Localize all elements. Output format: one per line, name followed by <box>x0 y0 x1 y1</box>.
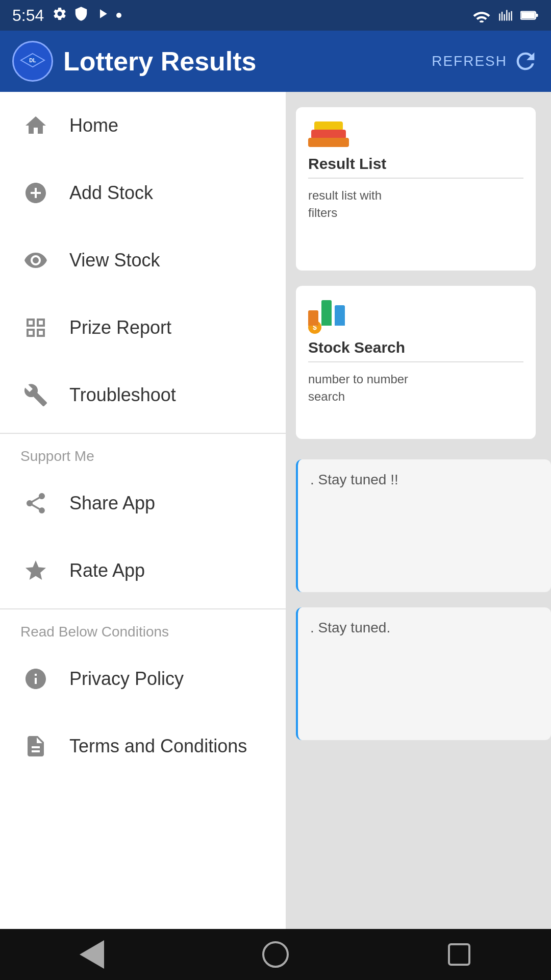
svg-text:DL: DL <box>29 58 36 63</box>
section-divider-2 <box>0 608 286 609</box>
recents-button[interactable] <box>444 939 474 970</box>
terms-conditions-label: Terms and Conditions <box>69 736 247 757</box>
stack-icon <box>308 119 349 150</box>
diamond-logo: DL <box>20 53 45 68</box>
toolbar: DL Lottery Results REFRESH <box>0 31 551 92</box>
prize-report-label: Prize Report <box>69 317 171 338</box>
sidebar-item-share-app[interactable]: Share App <box>0 470 286 537</box>
back-button[interactable] <box>77 939 107 970</box>
sidebar-item-troubleshoot[interactable]: Troubleshoot <box>0 361 286 429</box>
refresh-label: REFRESH <box>432 53 507 69</box>
app-logo: DL <box>12 41 53 82</box>
sidebar-item-prize-report[interactable]: Prize Report <box>0 294 286 361</box>
status-bar: 5:54 <box>0 0 551 31</box>
view-stock-label: View Stock <box>69 250 160 271</box>
battery-icon <box>520 8 539 22</box>
stay-tuned-card-1: . Stay tuned !! <box>296 459 551 592</box>
sidebar-item-view-stock[interactable]: View Stock <box>0 227 286 294</box>
support-section-header: Support Me <box>0 438 286 470</box>
recents-icon <box>448 943 470 966</box>
stock-search-desc: number to numbersearch <box>308 371 523 405</box>
share-app-label: Share App <box>69 493 155 514</box>
privacy-policy-label: Privacy Policy <box>69 668 184 690</box>
home-circle-icon <box>262 941 289 968</box>
star-icon <box>20 555 51 586</box>
stay-tuned-card-2: . Stay tuned. <box>296 607 551 740</box>
stock-search-card: $ Stock Search number to numbersearch <box>296 286 536 439</box>
home-icon <box>20 110 51 141</box>
status-time: 5:54 <box>12 6 44 25</box>
sidebar-item-home[interactable]: Home <box>0 92 286 159</box>
home-button[interactable] <box>260 939 291 970</box>
svg-rect-2 <box>536 14 538 17</box>
result-list-card: Result List result list withfilters <box>296 107 536 271</box>
sidebar-item-terms-conditions[interactable]: Terms and Conditions <box>0 713 286 780</box>
troubleshoot-label: Troubleshoot <box>69 384 176 406</box>
sidebar-item-rate-app[interactable]: Rate App <box>0 537 286 604</box>
back-icon <box>80 940 104 969</box>
wifi-icon <box>472 8 491 22</box>
document-icon <box>20 731 51 762</box>
stay-tuned-text-2: . Stay tuned. <box>310 620 539 636</box>
divider <box>308 361 523 362</box>
rate-app-label: Rate App <box>69 560 145 581</box>
refresh-button[interactable]: REFRESH <box>432 48 539 75</box>
result-list-title: Result List <box>308 155 523 173</box>
conditions-section-header: Read Below Conditions <box>0 614 286 645</box>
result-list-desc: result list withfilters <box>308 187 523 221</box>
wrench-icon <box>20 380 51 410</box>
settings-icon <box>52 6 67 25</box>
sidebar-item-add-stock[interactable]: Add Stock <box>0 159 286 227</box>
share-icon <box>20 488 51 519</box>
info-icon <box>20 664 51 694</box>
play-icon <box>95 6 110 25</box>
stock-search-title: Stock Search <box>308 339 523 356</box>
add-circle-icon <box>20 178 51 208</box>
refresh-icon <box>512 48 539 75</box>
navigation-drawer: Home Add Stock View Stock Prize Report <box>0 92 286 980</box>
dot-icon <box>116 13 121 18</box>
status-icons <box>52 6 121 25</box>
status-left: 5:54 <box>12 6 121 25</box>
divider <box>308 178 523 179</box>
home-label: Home <box>69 115 118 136</box>
eye-icon <box>20 245 51 276</box>
grid-icon <box>20 312 51 343</box>
bottom-navigation <box>0 929 551 980</box>
signal-icon <box>498 8 513 22</box>
chart-icon: $ <box>308 298 349 334</box>
stay-tuned-text-1: . Stay tuned !! <box>310 472 539 488</box>
section-divider-1 <box>0 433 286 434</box>
shield-icon <box>73 6 89 25</box>
add-stock-label: Add Stock <box>69 182 153 204</box>
app-title: Lottery Results <box>63 46 432 77</box>
status-right <box>472 8 539 22</box>
sidebar-item-privacy-policy[interactable]: Privacy Policy <box>0 645 286 713</box>
svg-rect-1 <box>521 12 535 18</box>
